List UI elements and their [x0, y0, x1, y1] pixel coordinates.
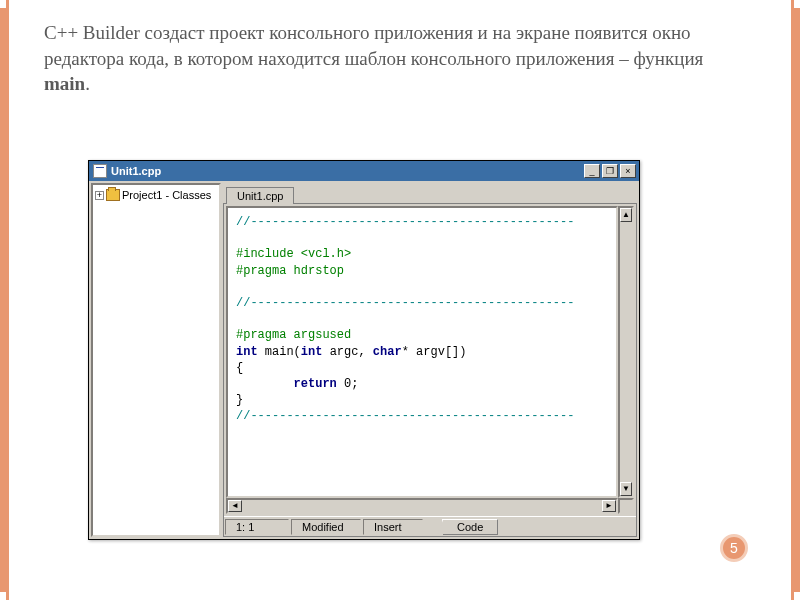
code-include-file: <vcl.h>: [301, 247, 351, 261]
scroll-down-icon[interactable]: ▼: [620, 482, 632, 496]
slide-paragraph: C++ Builder создаст проект консольного п…: [44, 20, 750, 97]
code-pragma: #pragma argsused: [236, 328, 351, 342]
titlebar[interactable]: Unit1.cpp _ ❐ ×: [89, 161, 639, 181]
code-editor[interactable]: //--------------------------------------…: [226, 206, 618, 498]
horizontal-scrollbar[interactable]: ◄ ►: [226, 498, 618, 514]
code-indent: [236, 377, 294, 391]
tree-root-row[interactable]: + Project1 - Classes: [95, 189, 217, 201]
ide-window: Unit1.cpp _ ❐ × + Project1 - Classes Uni…: [88, 160, 640, 540]
folder-icon: [106, 189, 120, 201]
editor-tabstrip: Unit1.cpp: [223, 183, 637, 203]
code-text: * argv[]): [402, 345, 467, 359]
code-line: //--------------------------------------…: [236, 215, 574, 229]
code-text: 0;: [337, 377, 359, 391]
tree-root-label: Project1 - Classes: [122, 189, 211, 201]
code-include: #include: [236, 247, 301, 261]
close-button[interactable]: ×: [620, 164, 636, 178]
paragraph-text: C++ Builder создаст проект консольного п…: [44, 22, 703, 69]
scroll-corner: [618, 498, 634, 514]
ide-client: + Project1 - Classes Unit1.cpp //-------…: [89, 181, 639, 539]
page-number-badge: 5: [720, 534, 748, 562]
status-modified: Modified: [291, 519, 361, 535]
editor-row: //--------------------------------------…: [224, 204, 636, 498]
hscroll-row: ◄ ►: [226, 498, 634, 514]
statusbar: 1: 1 Modified Insert Code: [224, 516, 636, 536]
class-tree-pane[interactable]: + Project1 - Classes: [91, 183, 221, 537]
code-kw-int: int: [236, 345, 258, 359]
minimize-button[interactable]: _: [584, 164, 600, 178]
scroll-left-icon[interactable]: ◄: [228, 500, 242, 512]
maximize-button[interactable]: ❐: [602, 164, 618, 178]
code-line: //--------------------------------------…: [236, 409, 574, 423]
editor-pane: Unit1.cpp //----------------------------…: [223, 183, 637, 537]
scroll-right-icon[interactable]: ►: [602, 500, 616, 512]
slide-border-right: [794, 8, 800, 592]
tree-expand-icon[interactable]: +: [95, 191, 104, 200]
code-line: //--------------------------------------…: [236, 296, 574, 310]
code-kw-return: return: [294, 377, 337, 391]
tab-code[interactable]: Code: [442, 519, 498, 535]
code-brace: }: [236, 393, 243, 407]
scroll-up-icon[interactable]: ▲: [620, 208, 632, 222]
document-icon: [93, 164, 107, 178]
code-text: main(: [258, 345, 301, 359]
code-brace: {: [236, 361, 243, 375]
editor-frame: //--------------------------------------…: [223, 203, 637, 537]
code-text: argc,: [322, 345, 372, 359]
status-insert: Insert: [363, 519, 423, 535]
vertical-scrollbar[interactable]: ▲ ▼: [618, 206, 634, 498]
window-title: Unit1.cpp: [111, 165, 582, 177]
slide-border-right-inner: [791, 0, 794, 600]
tab-unit1[interactable]: Unit1.cpp: [226, 187, 294, 204]
code-pragma: #pragma hdrstop: [236, 264, 344, 278]
code-kw-int: int: [301, 345, 323, 359]
status-pos: 1: 1: [225, 519, 289, 535]
code-kw-char: char: [373, 345, 402, 359]
paragraph-bold: main: [44, 73, 85, 94]
slide-border-left-inner: [6, 0, 9, 600]
paragraph-tail: .: [85, 73, 90, 94]
